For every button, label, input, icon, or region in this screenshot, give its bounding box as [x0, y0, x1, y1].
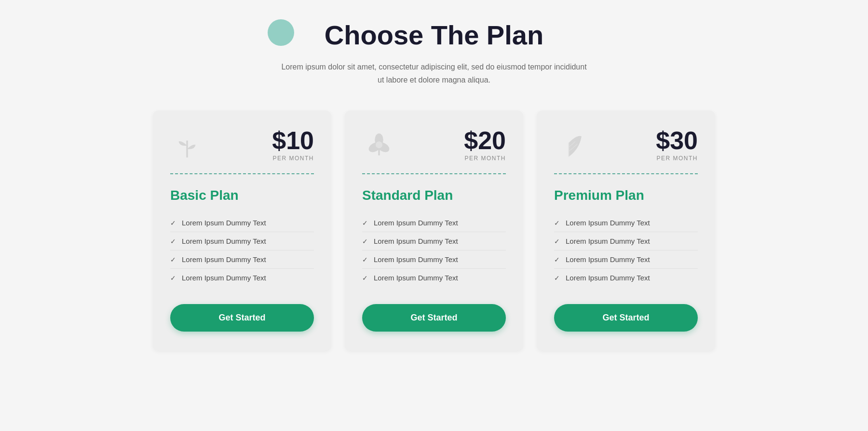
list-item: ✓Lorem Ipsum Dummy Text	[554, 232, 698, 250]
plan-name-standard: Standard Plan	[362, 188, 506, 203]
svg-point-3	[376, 141, 382, 148]
plan-card-basic: $10 PER MONTH Basic Plan ✓Lorem Ipsum Du…	[153, 111, 331, 351]
check-icon: ✓	[362, 237, 368, 245]
check-icon: ✓	[554, 237, 560, 245]
list-item: ✓Lorem Ipsum Dummy Text	[362, 232, 506, 250]
check-icon: ✓	[554, 256, 560, 264]
get-started-button-standard[interactable]: Get Started	[362, 304, 506, 332]
check-icon: ✓	[554, 219, 560, 227]
plan-price-basic: $10	[272, 128, 314, 153]
list-item: ✓Lorem Ipsum Dummy Text	[170, 269, 314, 287]
list-item: ✓Lorem Ipsum Dummy Text	[554, 214, 698, 232]
list-item: ✓Lorem Ipsum Dummy Text	[362, 214, 506, 232]
plan-price-block-premium: $30 PER MONTH	[656, 128, 698, 162]
plan-features-standard: ✓Lorem Ipsum Dummy Text ✓Lorem Ipsum Dum…	[362, 214, 506, 287]
page-title: Choose The Plan	[325, 19, 543, 51]
plan-period-standard: PER MONTH	[464, 155, 506, 162]
plan-card-standard: $20 PER MONTH Standard Plan ✓Lorem Ipsum…	[345, 111, 523, 351]
page-subtitle: Lorem ipsum dolor sit amet, consectetur …	[280, 60, 588, 86]
plan-header-basic: $10 PER MONTH	[170, 128, 314, 162]
get-started-button-basic[interactable]: Get Started	[170, 304, 314, 332]
plan-icon-standard	[362, 128, 396, 162]
check-icon: ✓	[362, 274, 368, 282]
plan-name-basic: Basic Plan	[170, 188, 314, 203]
plan-header-premium: $30 PER MONTH	[554, 128, 698, 162]
title-wrapper: Choose The Plan	[280, 19, 588, 51]
list-item: ✓Lorem Ipsum Dummy Text	[554, 269, 698, 287]
list-item: ✓Lorem Ipsum Dummy Text	[362, 250, 506, 269]
plan-price-block-standard: $20 PER MONTH	[464, 128, 506, 162]
list-item: ✓Lorem Ipsum Dummy Text	[170, 214, 314, 232]
plan-price-premium: $30	[656, 128, 698, 153]
check-icon: ✓	[170, 219, 176, 227]
list-item: ✓Lorem Ipsum Dummy Text	[170, 250, 314, 269]
list-item: ✓Lorem Ipsum Dummy Text	[554, 250, 698, 269]
title-decoration	[268, 19, 294, 46]
plan-period-basic: PER MONTH	[272, 155, 314, 162]
plans-container: $10 PER MONTH Basic Plan ✓Lorem Ipsum Du…	[145, 111, 723, 351]
plan-features-premium: ✓Lorem Ipsum Dummy Text ✓Lorem Ipsum Dum…	[554, 214, 698, 287]
check-icon: ✓	[170, 274, 176, 282]
header-section: Choose The Plan Lorem ipsum dolor sit am…	[280, 19, 588, 86]
list-item: ✓Lorem Ipsum Dummy Text	[170, 232, 314, 250]
check-icon: ✓	[362, 219, 368, 227]
plan-divider-basic	[170, 173, 314, 174]
check-icon: ✓	[170, 256, 176, 264]
plan-icon-premium	[554, 128, 588, 162]
plan-header-standard: $20 PER MONTH	[362, 128, 506, 162]
plan-name-premium: Premium Plan	[554, 188, 698, 203]
check-icon: ✓	[554, 274, 560, 282]
check-icon: ✓	[170, 237, 176, 245]
check-icon: ✓	[362, 256, 368, 264]
plan-price-block-basic: $10 PER MONTH	[272, 128, 314, 162]
plan-icon-basic	[170, 128, 204, 162]
list-item: ✓Lorem Ipsum Dummy Text	[362, 269, 506, 287]
get-started-button-premium[interactable]: Get Started	[554, 304, 698, 332]
plan-divider-standard	[362, 173, 506, 174]
plan-features-basic: ✓Lorem Ipsum Dummy Text ✓Lorem Ipsum Dum…	[170, 214, 314, 287]
plan-card-premium: $30 PER MONTH Premium Plan ✓Lorem Ipsum …	[537, 111, 715, 351]
plan-price-standard: $20	[464, 128, 506, 153]
plan-period-premium: PER MONTH	[656, 155, 698, 162]
plan-divider-premium	[554, 173, 698, 174]
